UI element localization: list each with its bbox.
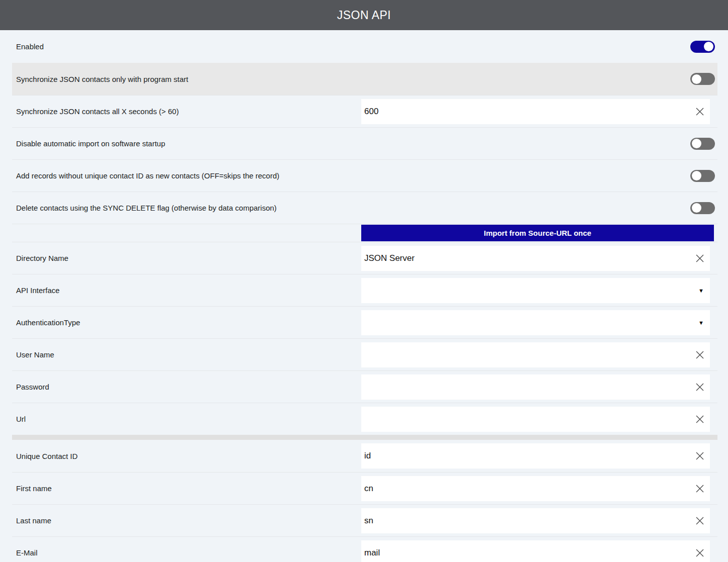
field-value: sn (364, 516, 373, 526)
row-control (361, 339, 717, 370)
settings-row-directory-name: Directory NameJSON Server (12, 242, 717, 274)
chevron-down-icon: ▼ (698, 320, 704, 325)
row-label: Directory Name (12, 254, 361, 262)
clear-x-icon (695, 107, 704, 116)
row-control (361, 160, 717, 192)
settings-row-url: Url (12, 403, 717, 435)
input-synchronize-json-contacts-all-x-seconds-[interactable]: 600 (361, 99, 710, 124)
settings-row-synchronize-json-contacts-all-x-seconds-: Synchronize JSON contacts all X seconds … (12, 95, 717, 127)
toggle-synchronize-json-contacts-only-with-prog[interactable] (690, 73, 715, 85)
row-label: Url (12, 415, 361, 423)
settings-row-enabled: Enabled (12, 30, 717, 63)
settings-row-import-from-source-url-once: Import from Source-URL once (12, 224, 717, 242)
row-label: Disable automatic import on software sta… (12, 139, 361, 148)
settings-row-synchronize-json-contacts-only-with-prog: Synchronize JSON contacts only with prog… (12, 63, 717, 95)
row-control: ▼ (361, 307, 717, 338)
settings-row-e-mail: E-Mailmail (12, 536, 717, 562)
row-control (361, 403, 717, 435)
row-control: Import from Source-URL once (361, 224, 717, 242)
import-from-source-url-button[interactable]: Import from Source-URL once (361, 225, 714, 241)
clear-x-icon (695, 484, 704, 493)
page-header: JSON API (0, 0, 728, 30)
chevron-down-icon: ▼ (698, 288, 704, 293)
toggle-knob (692, 74, 701, 84)
field-value: 600 (364, 107, 378, 117)
row-control (361, 30, 717, 63)
page-title: JSON API (337, 9, 391, 22)
clear-x-icon (695, 254, 704, 263)
row-control: mail (361, 537, 717, 562)
row-label: Synchronize JSON contacts all X seconds … (12, 107, 361, 116)
clear-x-icon (695, 451, 704, 460)
select-api-interface[interactable]: ▼ (361, 278, 710, 303)
input-unique-contact-id[interactable]: id (361, 443, 710, 469)
settings-row-api-interface: API Interface▼ (12, 274, 717, 306)
row-control (361, 128, 717, 159)
section-divider (12, 435, 717, 440)
clear-button[interactable] (693, 407, 707, 432)
row-label: User Name (12, 350, 361, 359)
settings-row-last-name: Last namesn (12, 504, 717, 536)
input-e-mail[interactable]: mail (361, 540, 710, 562)
field-value: cn (364, 484, 373, 494)
clear-x-icon (695, 383, 704, 392)
row-control: sn (361, 505, 717, 536)
clear-button[interactable] (693, 443, 707, 469)
clear-x-icon (695, 415, 704, 424)
toggle-disable-automatic-import-on-software-sta[interactable] (690, 138, 715, 150)
clear-button[interactable] (693, 246, 707, 271)
settings-row-first-name: First namecn (12, 472, 717, 504)
row-control: ▼ (361, 274, 717, 306)
clear-x-icon (695, 548, 704, 557)
input-first-name[interactable]: cn (361, 476, 710, 501)
input-directory-name[interactable]: JSON Server (361, 246, 710, 271)
field-value: JSON Server (364, 253, 414, 263)
toggle-knob (692, 171, 701, 180)
clear-button[interactable] (693, 374, 707, 400)
row-label: Synchronize JSON contacts only with prog… (12, 75, 361, 83)
row-control: id (361, 440, 717, 472)
settings-row-unique-contact-id: Unique Contact IDid (12, 440, 717, 472)
input-user-name[interactable] (361, 342, 710, 367)
toggle-enabled[interactable] (690, 41, 715, 53)
row-label: API Interface (12, 286, 361, 295)
clear-x-icon (695, 516, 704, 525)
row-label: Enabled (12, 42, 361, 51)
select-authenticationtype[interactable]: ▼ (361, 310, 710, 335)
row-label: AuthenticationType (12, 318, 361, 327)
row-label: Delete contacts using the SYNC DELETE fl… (12, 204, 361, 212)
settings-row-delete-contacts-using-the-sync-delete-fl: Delete contacts using the SYNC DELETE fl… (12, 192, 717, 224)
settings-list: EnabledSynchronize JSON contacts only wi… (0, 30, 728, 562)
row-label: Password (12, 383, 361, 391)
row-control (361, 192, 717, 224)
clear-button[interactable] (693, 99, 707, 124)
row-control: JSON Server (361, 242, 717, 274)
row-label: Unique Contact ID (12, 452, 361, 460)
settings-row-user-name: User Name (12, 338, 717, 370)
toggle-add-records-without-unique-contact-id-as[interactable] (690, 170, 715, 182)
input-url[interactable] (361, 407, 710, 432)
settings-row-password: Password (12, 370, 717, 403)
row-label: Last name (12, 516, 361, 525)
row-label: Add records without unique contact ID as… (12, 171, 361, 180)
settings-row-disable-automatic-import-on-software-sta: Disable automatic import on software sta… (12, 127, 717, 159)
settings-row-authenticationtype: AuthenticationType▼ (12, 306, 717, 338)
toggle-delete-contacts-using-the-sync-delete-fl[interactable] (690, 202, 715, 214)
input-last-name[interactable]: sn (361, 508, 710, 533)
clear-button[interactable] (693, 540, 707, 562)
clear-button[interactable] (693, 508, 707, 533)
field-value: mail (364, 548, 380, 558)
row-control (361, 63, 717, 95)
field-value: id (364, 451, 371, 461)
row-control: cn (361, 473, 717, 504)
toggle-knob (704, 42, 713, 51)
clear-button[interactable] (693, 476, 707, 501)
input-password[interactable] (361, 374, 710, 400)
row-label: First name (12, 484, 361, 493)
toggle-knob (692, 203, 701, 213)
clear-x-icon (695, 350, 704, 359)
row-control: 600 (361, 96, 717, 127)
settings-row-add-records-without-unique-contact-id-as: Add records without unique contact ID as… (12, 159, 717, 192)
clear-button[interactable] (693, 342, 707, 367)
row-control (361, 371, 717, 403)
